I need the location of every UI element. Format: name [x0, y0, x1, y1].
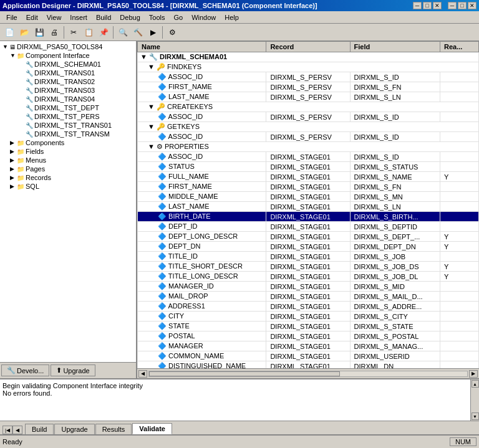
tb-open-button[interactable]: 📂 [17, 26, 31, 39]
table-row[interactable]: 🔷 ADDRESS1 DIRXML_STAGE01DIRXML_S_ADDRE.… [138, 302, 479, 312]
tree-item-tst-trans01[interactable]: 🔧 DIRXML_TST_TRANS01 [1, 121, 135, 130]
maximize-button[interactable]: □ [423, 2, 432, 9]
table-row[interactable]: 🔷 MAIL_DROP DIRXML_STAGE01DIRXML_S_MAIL_… [138, 292, 479, 302]
menu-tools[interactable]: Tools [145, 13, 169, 22]
tree-item-root[interactable]: ▼ 🖥 DIRXML_PSA50_TOOLS84 [1, 42, 135, 51]
col-readonly[interactable]: Rea... [440, 42, 479, 52]
scroll-left-button[interactable]: ◀ [138, 370, 147, 378]
tree-item-fields[interactable]: ▶ 📁 Fields [1, 147, 135, 156]
tree-item-tst-transm[interactable]: 🔧 DIRXML_TST_TRANSM [1, 130, 135, 138]
menu-edit[interactable]: Edit [22, 13, 42, 22]
scroll-thumb[interactable] [149, 371, 340, 376]
table-row[interactable]: 🔷 DEPT_LONG_DESCR DIRXML_STAGE01DIRXML_S… [138, 232, 479, 242]
menu-help[interactable]: Help [221, 13, 243, 22]
table-row[interactable]: 🔷 DISTINGUISHED_NAME DIRXML_STAGE01DIRXM… [138, 361, 479, 369]
table-row[interactable]: 🔷 MANAGER DIRXML_STAGE01DIRXML_S_MANAG..… [138, 341, 479, 351]
table-row[interactable]: 🔷 DEPT_DN DIRXML_STAGE01DIRXML_DEPT_DNY [138, 242, 479, 252]
tab-build[interactable]: Build [25, 424, 54, 434]
table-row[interactable]: 🔷 TITLE_SHORT_DESCR DIRXML_STAGE01DIRXML… [138, 262, 479, 272]
table-row[interactable]: ▼ 🔑 CREATEKEYS [138, 102, 479, 112]
table-row[interactable]: 🔷 TITLE_ID DIRXML_STAGE01DIRXML_S_JOB [138, 252, 479, 262]
expand-icon-sql[interactable]: ▶ [10, 183, 16, 189]
expand-icon-ci[interactable]: ▼ [10, 52, 16, 59]
horizontal-scrollbar[interactable]: ◀ ▶ [137, 368, 479, 378]
expand-icon-menus[interactable]: ▶ [10, 157, 16, 163]
table-row[interactable]: 🔷 DEPT_ID DIRXML_STAGE01DIRXML_S_DEPTID [138, 222, 479, 232]
menu-file[interactable]: File [2, 13, 21, 22]
tab-results[interactable]: Results [95, 424, 132, 434]
menu-go[interactable]: Go [170, 13, 186, 22]
minimize-button[interactable]: ─ [413, 2, 422, 9]
menu-insert[interactable]: Insert [66, 13, 91, 22]
tb-paste-button[interactable]: 📌 [97, 26, 110, 39]
table-row[interactable]: 🔷 ASSOC_ID DIRXML_STAGE01DIRXML_S_ID [138, 152, 479, 162]
close-button[interactable]: ✕ [433, 2, 442, 9]
menu-view[interactable]: View [43, 13, 65, 22]
menu-window[interactable]: Window [188, 13, 220, 22]
inner-close-button[interactable]: ✕ [468, 2, 477, 9]
tb-new-button[interactable]: 📄 [2, 26, 16, 39]
nav-first-button[interactable]: |◀ [2, 426, 12, 434]
tree-item-pages[interactable]: ▶ 📁 Pages [1, 164, 135, 173]
tree-item-tst-dept[interactable]: 🔧 DIRXML_TST_DEPT [1, 103, 135, 112]
menu-build[interactable]: Build [92, 13, 115, 22]
tree-item-menus[interactable]: ▶ 📁 Menus [1, 156, 135, 164]
table-row[interactable]: 🔷 MANAGER_ID DIRXML_STAGE01DIRXML_S_MID [138, 282, 479, 292]
table-row-selected[interactable]: 🔷 BIRTH_DATE DIRXML_STAGE01 DIRXML_S_BIR… [138, 212, 479, 222]
scroll-right-button[interactable]: ▶ [469, 370, 478, 378]
table-row[interactable]: 🔷 STATE DIRXML_STAGE01DIRXML_S_STATE [138, 322, 479, 331]
table-row[interactable]: ▼ ⚙ PROPERTIES [138, 142, 479, 152]
table-row[interactable]: ▼ 🔑 FINDKEYS [138, 62, 479, 72]
table-row[interactable]: 🔷 STATUS DIRXML_STAGE01DIRXML_S_STATUS [138, 162, 479, 172]
col-field[interactable]: Field [350, 42, 440, 52]
tab-validate[interactable]: Validate [132, 423, 172, 434]
tree-item-trans04[interactable]: 🔧 DIRXML_TRANS04 [1, 95, 135, 103]
vscroll-up-button[interactable]: ▲ [472, 380, 479, 388]
tb-options-button[interactable]: ⚙ [165, 26, 179, 39]
nav-prev-button[interactable]: ◀ [12, 426, 22, 434]
expand-icon-components[interactable]: ▶ [10, 140, 16, 146]
tab-upgrade[interactable]: ⬆ Upgrade [51, 365, 95, 376]
table-row[interactable]: 🔷 ASSOC_ID DIRXML_S_PERSVDIRXML_S_ID [138, 132, 479, 142]
tab-develop[interactable]: 🔧 Develo... [1, 365, 49, 376]
expand-icon-records[interactable]: ▶ [10, 174, 16, 181]
table-row[interactable]: 🔷 LAST_NAME DIRXML_STAGE01DIRXML_S_LN [138, 202, 479, 212]
tree-item-trans01[interactable]: 🔧 DIRXML_TRANS01 [1, 69, 135, 77]
tb-copy-button[interactable]: 📋 [82, 26, 95, 39]
table-row[interactable]: 🔷 POSTAL DIRXML_STAGE01DIRXML_S_POSTAL [138, 331, 479, 341]
table-row[interactable]: 🔷 ASSOC_ID DIRXML_S_PERSVDIRXML_S_ID [138, 72, 479, 82]
table-row[interactable]: 🔷 ASSOC_ID DIRXML_S_PERSVDIRXML_S_ID [138, 112, 479, 122]
menu-debug[interactable]: Debug [116, 13, 143, 22]
tree-item-schema01[interactable]: 🔧 DIRXML_SCHEMA01 [1, 60, 135, 69]
tree-item-trans02[interactable]: 🔧 DIRXML_TRANS02 [1, 77, 135, 86]
table-row[interactable]: 🔷 COMMON_NAME DIRXML_STAGE01DIRXML_USERI… [138, 351, 479, 361]
table-row[interactable]: 🔷 CITY DIRXML_STAGE01DIRXML_S_CITY [138, 312, 479, 322]
table-row[interactable]: ▼ 🔑 GETKEYS [138, 122, 479, 132]
col-record[interactable]: Record [266, 42, 350, 52]
tb-print-button[interactable]: 🖨 [47, 26, 61, 39]
tree-item-ci[interactable]: ▼ 📁 Component Interface [1, 51, 135, 60]
table-row[interactable]: 🔷 LAST_NAME DIRXML_S_PERSVDIRXML_S_LN [138, 92, 479, 102]
col-name[interactable]: Name [138, 42, 266, 52]
table-row[interactable]: 🔷 TITLE_LONG_DESCR DIRXML_STAGE01DIRXML_… [138, 272, 479, 282]
tree-item-sql[interactable]: ▶ 📁 SQL [1, 182, 135, 191]
expand-icon-root[interactable]: ▼ [2, 44, 9, 50]
inner-minimize-button[interactable]: ─ [448, 2, 457, 9]
tree-item-components[interactable]: ▶ 📁 Components [1, 138, 135, 147]
table-row[interactable]: ▼ 🔧 DIRXML_SCHEMA01 [138, 52, 479, 62]
table-row[interactable]: 🔷 FULL_NAME DIRXML_STAGE01DIRXML_S_NAMEY [138, 172, 479, 182]
vscroll-down-button[interactable]: ▼ [472, 412, 479, 420]
inner-maximize-button[interactable]: □ [458, 2, 467, 9]
tree-item-tst-pers[interactable]: 🔧 DIRXML_TST_PERS [1, 112, 135, 121]
table-row[interactable]: 🔷 MIDDLE_NAME DIRXML_STAGE01DIRXML_S_MN [138, 192, 479, 202]
tree-item-trans03[interactable]: 🔧 DIRXML_TRANS03 [1, 86, 135, 95]
expand-icon-fields[interactable]: ▶ [10, 148, 16, 155]
scroll-track[interactable] [148, 371, 468, 377]
tb-build-button[interactable]: 🔨 [131, 26, 145, 39]
tb-save-button[interactable]: 💾 [32, 26, 46, 39]
tree-item-records[interactable]: ▶ 📁 Records [1, 173, 135, 182]
expand-icon-pages[interactable]: ▶ [10, 166, 16, 172]
tb-run-button[interactable]: ▶ [146, 26, 160, 39]
tab-upgrade[interactable]: Upgrade [54, 424, 94, 434]
data-table[interactable]: Name Record Field Rea... ▼ 🔧 DIRXML_SCHE… [137, 41, 479, 368]
